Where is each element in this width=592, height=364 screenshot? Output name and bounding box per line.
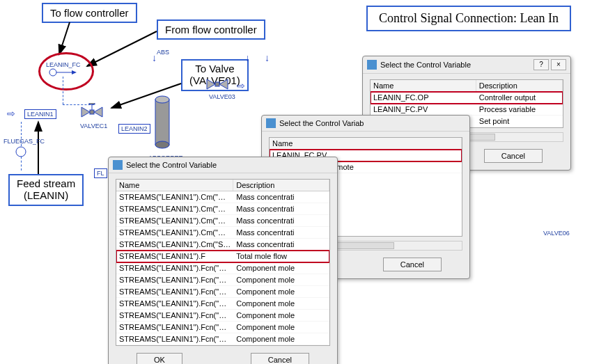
svg-line-1 (87, 31, 157, 66)
flow-arrow-down: ↓ (152, 52, 157, 63)
cell-name: STREAMS("LEANIN1").Cm("OH-") (116, 227, 233, 239)
list-row[interactable]: STREAMS("LEANIN1").Fcn("CO...Component m… (116, 262, 329, 274)
list-row[interactable]: STREAMS("LEANIN1").Cm("O2")Mass concentr… (116, 215, 329, 227)
cell-desc: Controller output (476, 92, 563, 104)
list-row[interactable]: LEANIN_FC.PVProcess variable (371, 104, 563, 116)
cell-name: STREAMS("LEANIN1").Cm("S-2") (116, 239, 233, 251)
stream-out-arrow: ⇨ (237, 80, 245, 91)
signal-line (63, 77, 63, 104)
cell-desc: Mass concentrati (233, 203, 329, 215)
list-row[interactable]: STREAMS("LEANIN1").Fcn("CO...Component m… (116, 286, 329, 298)
cell-name: LEANIN_FC.PV (371, 104, 476, 116)
stream-source-arrow: ⇨ (7, 108, 15, 119)
svg-rect-11 (89, 103, 95, 104)
svg-marker-16 (219, 79, 228, 89)
cell-desc: Component mole (233, 298, 329, 310)
cell-name: STREAMS("LEANIN1").Cm("N2") (116, 203, 233, 215)
list-row[interactable]: STREAMS("LEANIN1").Fcn("CO2")Component m… (116, 274, 329, 286)
stream-leanin2[interactable]: LEANIN2 (118, 124, 150, 134)
valve03-icon[interactable] (205, 77, 229, 92)
abs-prefix-label: ABS (157, 49, 169, 56)
page-title: Control Signal Connection: Lean In (366, 6, 571, 31)
valve-valvec1-icon[interactable] (80, 103, 104, 121)
flow-arrow-down: ↓ (265, 52, 270, 63)
dialog1-list-header: Name Description (116, 180, 329, 191)
label-feed-stream-line2: (LEANIN) (24, 189, 68, 201)
absorber-icon[interactable] (152, 94, 173, 153)
cell-name: STREAMS("LEANIN1").Fcn("CO... (116, 262, 233, 274)
cancel-button[interactable]: Cancel (484, 149, 543, 163)
dialog-select-control-variable-1[interactable]: Select the Control Variable Name Descrip… (108, 157, 338, 364)
cell-desc: Total mole flow (233, 251, 329, 262)
list-row[interactable]: STREAMS("LEANIN1").Fcn("H2")Component mo… (116, 298, 329, 310)
cell-desc: Component mole (233, 286, 329, 298)
cancel-button[interactable]: Cancel (251, 353, 309, 364)
svg-rect-9 (90, 110, 94, 114)
cell-name: STREAMS("LEANIN1").Fcn("H2... (116, 310, 233, 322)
cell-name: STREAMS("LEANIN1").Fcn("CO2") (116, 274, 233, 286)
col-desc-header[interactable]: Description (233, 180, 329, 191)
valve-valvec1-label: VALVEC1 (80, 122, 107, 129)
dialog1-list[interactable]: Name Description STREAMS("LEANIN1").Cm("… (116, 179, 330, 346)
svg-marker-8 (94, 107, 102, 117)
dialog2-title-text: Select the Control Variab (279, 119, 465, 127)
list-row[interactable]: STREAMS("LEANIN1").Fcn("H2S")Component m… (116, 322, 329, 333)
svg-rect-12 (155, 100, 169, 145)
dialog3-list-header: Name Description (371, 80, 563, 92)
help-button[interactable]: ? (533, 59, 549, 70)
cell-desc: Component mole (233, 262, 329, 274)
close-button[interactable]: × (551, 59, 566, 70)
cell-desc: Component mole (233, 310, 329, 322)
cell-name: STREAMS("LEANIN1").Fcn("H3... (116, 333, 233, 345)
label-feed-stream-line1: Feed stream (17, 177, 75, 189)
list-row[interactable]: STREAMS("LEANIN1").Cm("MEA...Mass concen… (116, 191, 329, 203)
signal-line (21, 122, 22, 146)
signal-line (21, 157, 22, 171)
cell-name: LEANIN_FC.OP (371, 92, 476, 104)
cell-name: STREAMS("LEANIN1").Fcn("H2S") (116, 322, 233, 333)
cell-desc: Set point (476, 116, 563, 127)
dialog1-titlebar[interactable]: Select the Control Variable (109, 157, 337, 173)
svg-rect-17 (215, 82, 219, 86)
list-row[interactable]: STREAMS("LEANIN1").Cm("N2")Mass concentr… (116, 203, 329, 215)
dialog1-title-text: Select the Control Variable (126, 161, 333, 169)
cell-desc: Mass concentrati (233, 191, 329, 203)
col-name-header[interactable]: Name (116, 180, 233, 191)
cell-desc: Component mole (233, 274, 329, 286)
cell-name: STREAMS("LEANIN1").Cm("O2") (116, 215, 233, 227)
dialog-app-icon (367, 60, 377, 70)
fl-stream-label[interactable]: FL (94, 168, 107, 178)
list-row[interactable]: STREAMS("LEANIN1").Fcn("H3...Component m… (116, 333, 329, 345)
cell-name: STREAMS("LEANIN1").Fcn("H2") (116, 298, 233, 310)
list-row[interactable]: STREAMS("LEANIN1").FTotal mole flow (116, 251, 329, 262)
col-name-header[interactable]: Name (371, 80, 476, 91)
ok-button[interactable]: OK (137, 353, 182, 364)
list-row[interactable]: LEANIN_FC.OPController output (371, 92, 563, 104)
list-row[interactable]: STREAMS("LEANIN1").Fcn("H2...Component m… (116, 310, 329, 322)
dialog3-titlebar[interactable]: Select the Control Variable ? × (363, 56, 570, 74)
label-from-flow-controller: From flow controller (157, 19, 265, 40)
cell-name: STREAMS("LEANIN1").Fcn("CO... (116, 286, 233, 298)
cell-name: STREAMS("LEANIN1").F (116, 251, 233, 262)
dialog2-list-header: Name (270, 138, 462, 150)
dialog-app-icon (113, 160, 123, 170)
valve06-label: VALVE06 (543, 230, 570, 237)
cancel-button[interactable]: Cancel (383, 258, 442, 271)
list-row[interactable]: STREAMS("LEANIN1").Cm("S-2")Mass concent… (116, 239, 329, 251)
dialog3-title-text: Select the Control Variable (380, 61, 531, 69)
svg-point-13 (155, 96, 169, 103)
cell-name: STREAMS("LEANIN1").Cm("MEA... (116, 191, 233, 203)
dialog2-titlebar[interactable]: Select the Control Variab (262, 116, 469, 132)
dialog-app-icon (266, 118, 276, 128)
cell-desc: Process variable (476, 104, 563, 116)
svg-marker-15 (207, 79, 215, 89)
valve03-label: VALVE03 (209, 93, 235, 100)
flow-arrow-down: ↓ (245, 52, 250, 63)
fluegas-fc-label: FLUEGAS_FC (3, 138, 45, 145)
cell-desc: Mass concentrati (233, 239, 329, 251)
col-name-header[interactable]: Name (270, 138, 462, 149)
col-desc-header[interactable]: Description (476, 80, 563, 91)
list-row[interactable]: STREAMS("LEANIN1").Cm("OH-")Mass concent… (116, 227, 329, 239)
stream-leanin1[interactable]: LEANIN1 (24, 109, 56, 119)
controller-node-icon[interactable] (47, 67, 82, 78)
